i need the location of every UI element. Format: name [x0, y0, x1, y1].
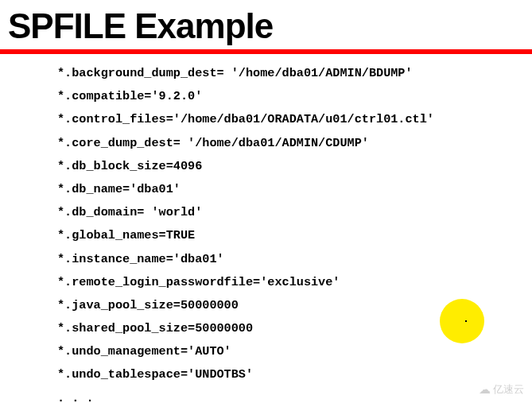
code-line: *.instance_name='dba01' — [57, 252, 224, 266]
watermark: ☁ 亿速云 — [479, 382, 524, 397]
code-line: *.shared_pool_size=50000000 — [57, 321, 253, 335]
code-line: *.control_files='/home/dba01/ORADATA/u01… — [57, 112, 434, 126]
page-title: SPFILE Example — [0, 0, 532, 48]
code-line: *.remote_login_passwordfile='exclusive' — [57, 275, 340, 289]
code-line: *.undo_management='AUTO' — [57, 344, 231, 358]
code-line: *.background_dump_dest= '/home/dba01/ADM… — [57, 66, 413, 80]
code-line: *.global_names=TRUE — [57, 228, 195, 242]
code-line: *.undo_tablespace='UNDOTBS' — [57, 367, 253, 382]
watermark-text: 亿速云 — [493, 382, 524, 397]
code-line: . . . — [57, 391, 94, 403]
cloud-icon: ☁ — [479, 382, 491, 397]
code-line: *.db_domain= 'world' — [57, 205, 202, 219]
pointer-highlight-icon — [440, 299, 484, 343]
code-line: *.db_name='dba01' — [57, 182, 181, 196]
code-line: *.core_dump_dest= '/home/dba01/ADMIN/CDU… — [57, 136, 369, 150]
code-line: *.java_pool_size=50000000 — [57, 298, 239, 312]
code-line: *.compatible='9.2.0' — [57, 89, 202, 103]
title-underline — [0, 49, 532, 54]
code-line: *.db_block_size=4096 — [57, 159, 202, 173]
spfile-code-block: *.background_dump_dest= '/home/dba01/ADM… — [0, 62, 532, 403]
